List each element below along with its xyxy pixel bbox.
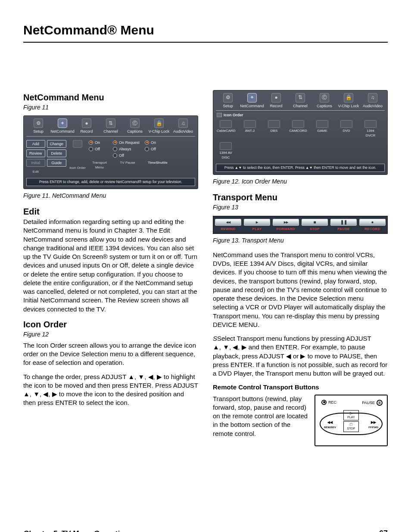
rec-icon [321,400,327,405]
label-transport-menu: Transport Menu [89,161,110,170]
figure-11-caption: Figure 11. NetCommand Menu [23,192,198,200]
device-1394dvcr[interactable]: 1394 DVCR [361,120,380,138]
audiovideo-icon: ♫ [178,118,188,128]
tab-captions[interactable]: Captions [317,104,332,108]
btn-change[interactable]: Change [47,140,67,148]
audiovideo-icon: ♫ [368,93,377,103]
pause-icon: II [377,400,383,406]
radio-transport-on[interactable]: On [89,140,110,145]
left-column: NetCommand Menu Figure 11 ⚙Setup ✦NetCom… [23,90,198,446]
footer-chapter: Chapter 5. TV Menu Operations [23,529,132,532]
tab-setup[interactable]: Setup [223,104,233,108]
figure-12-caption: Figure 12. Icon Order Menu [213,177,388,186]
netcommand-icon: ✦ [247,93,257,103]
radio-timeshuttle-off[interactable]: Off [145,146,171,152]
btn-guide[interactable]: Guide [47,159,67,167]
btn-add[interactable]: Add [26,140,45,148]
remote-ff-button: ▸▸FF/FWD [368,419,378,429]
tab-netcommand[interactable]: NetCommand [240,104,264,108]
transport-p2: SSelect Transport menu functions by pres… [213,334,388,378]
page-title: NetCommand® Menu [23,22,388,43]
icon-order-p2: To change the order, press ADJUST ▲, ▼, … [23,373,198,408]
fig12-top-tabs: ⚙Setup ✦NetCommand ●Record ⇅Channel ⒸCap… [216,93,385,111]
fig12-device-row: CableCARD ANT-2 DBS CAMCORD GAME DVD 139… [216,118,385,162]
icon-order-icon[interactable] [73,140,82,148]
radio-transport-off[interactable]: Off [89,146,110,152]
tab-vchip[interactable]: V-Chip Lock [149,129,170,134]
label-tvpause: TV Pause [113,161,142,165]
footer-page-number: 67 [379,528,388,532]
figure-ref-11: Figure 11 [23,103,198,112]
transport-record[interactable]: ●RECORD [359,219,386,232]
tab-vchip[interactable]: V-Chip Lock [338,104,359,108]
remote-body: Transport buttons (rewind, play forward,… [213,395,308,438]
figure-13-caption: Figure 13. Transport Menu [213,236,388,245]
tab-audiovideo[interactable]: AudioVideo [173,129,193,134]
label-edit: Edit [26,170,45,174]
fig12-subhead: Icon Order [217,112,385,118]
btn-review[interactable]: Review [26,149,45,157]
figure-ref-13: Figure 13 [213,203,388,212]
tab-channel[interactable]: Channel [103,129,118,134]
tab-audiovideo[interactable]: AudioVideo [363,104,383,108]
captions-icon: Ⓒ [320,93,329,103]
radio-timeshuttle-on[interactable]: On [145,140,171,145]
radio-tvpause-always[interactable]: Always [113,146,142,152]
radio-tvpause-onreq[interactable]: On Request [113,140,142,145]
tab-record[interactable]: Record [80,129,93,134]
channel-icon: ⇅ [106,118,115,128]
transport-p1: NetCommand uses the Transport menu to co… [213,251,388,329]
fig12-hint: Press ▲▼ to select the icon, then ENTER.… [216,164,385,172]
section-transport-menu: Transport Menu [213,192,388,203]
transport-stop[interactable]: ■STOP [302,219,328,232]
tab-netcommand[interactable]: NetCommand [50,129,75,134]
figure-11-panel: ⚙Setup ✦NetCommand ●Record ⇅Channel ⒸCap… [23,115,198,189]
figure-13-panel: ◂◂REWIND ▸PLAY ▸▸FORWARD ■STOP ❚❚PAUSE ●… [213,216,388,234]
arrows-icon: ▲, ▼, ◀, ▶ [23,390,57,398]
icon-order-mini-icon [217,113,222,117]
device-1394avdisc[interactable]: 1394 AV DISC [217,142,235,160]
label-timeshuttle: TimeShuttle [145,161,171,165]
setup-icon: ⚙ [223,93,233,103]
transport-rewind[interactable]: ◂◂REWIND [215,219,241,232]
arrows-icon: ▲, ▼, ◀, ▶ [128,373,162,380]
transport-forward[interactable]: ▸▸FORWARD [273,219,299,232]
tab-setup[interactable]: Setup [33,129,44,134]
tab-record[interactable]: Record [270,104,282,108]
transport-play[interactable]: ▸PLAY [244,219,270,232]
setup-icon: ⚙ [34,118,43,128]
btn-delete[interactable]: Delete [47,149,67,157]
radio-tvpause-off[interactable]: Off [113,153,142,158]
device-camcord[interactable]: CAMCORD [289,120,307,138]
tab-channel[interactable]: Channel [293,104,308,108]
netcommand-icon: ✦ [58,118,67,128]
remote-pause-button: PAUSEII [362,400,383,406]
device-ant2[interactable]: ANT-2 [241,120,259,138]
vchip-lock-icon: 🔒 [154,118,164,128]
record-icon: ● [271,93,281,103]
device-dbs[interactable]: DBS [265,120,283,138]
vchip-lock-icon: 🔒 [344,93,353,103]
figure-12-panel: ⚙Setup ✦NetCommand ●Record ⇅Channel ⒸCap… [213,90,388,175]
device-game[interactable]: GAME [313,120,331,138]
arrows-lr-icon: ◀ or ▶ [286,352,306,360]
figure-ref-12: Figure 12 [23,330,198,339]
record-icon: ● [82,118,91,128]
btn-initial[interactable]: Initial [26,159,45,167]
icon-order-p1: The Icon Order screen allows you to arra… [23,341,198,367]
right-column: ⚙Setup ✦NetCommand ●Record ⇅Channel ⒸCap… [213,90,388,446]
captions-icon: Ⓒ [130,118,140,128]
section-remote-buttons: Remote Control Transport Buttons [213,383,388,392]
device-dvd[interactable]: DVD [337,120,355,138]
fig11-top-tabs: ⚙Setup ✦NetCommand ●Record ⇅Channel ⒸCap… [26,118,195,136]
section-edit: Edit [23,206,198,218]
remote-rew-button: ◂◂REW/REV [324,419,336,429]
remote-control-figure: REC PAUSEII ▷PLAY □STOP ◂◂REW/REV ▸▸FF/F… [314,395,388,446]
section-icon-order: Icon Order [23,319,198,330]
transport-pause[interactable]: ❚❚PAUSE [330,219,357,232]
section-netcommand-menu: NetCommand Menu [23,92,198,103]
fig11-hint: Press ENTER to change, add, delete or re… [26,178,195,186]
device-cablecard[interactable]: CableCARD [217,120,235,138]
arrows-icon: ▲, ▼, ◀, ▶ [213,343,247,351]
tab-captions[interactable]: Captions [127,129,143,134]
